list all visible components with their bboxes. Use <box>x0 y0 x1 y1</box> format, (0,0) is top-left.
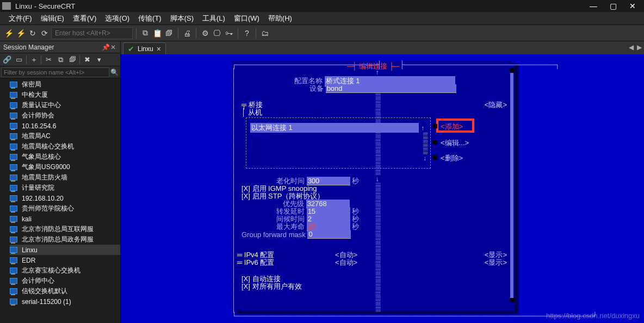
session-item[interactable]: serial-115200 (1) <box>10 296 120 307</box>
refresh-icon[interactable]: ⟳ <box>39 28 50 39</box>
watermark: https://blog.csdn.net/duxingxu <box>546 312 640 320</box>
session-list[interactable]: 保密局中检大厦质量认证中心会计师协会10.16.254.6地震局AC地震局核心交… <box>0 78 120 323</box>
ipv6-auto[interactable]: <自动> <box>335 258 357 268</box>
maximize-button[interactable]: ▢ <box>604 1 622 11</box>
session-item[interactable]: 气象局总核心 <box>10 152 120 162</box>
help-icon[interactable]: ? <box>242 28 252 39</box>
menu-tools[interactable]: 工具(L) <box>198 14 230 23</box>
add-button[interactable]: <添加> <box>441 122 463 132</box>
session-item[interactable]: 气象局USG9000 <box>10 162 120 172</box>
cut-icon[interactable]: ✂ <box>44 55 53 65</box>
delete-button[interactable]: <删除> <box>441 153 463 163</box>
minimize-button[interactable]: — <box>584 1 603 11</box>
window-controls: — ▢ ✕ <box>584 1 642 11</box>
link-icon[interactable]: 🔗 <box>2 55 12 65</box>
menu-edit[interactable]: 编辑(E) <box>36 14 69 23</box>
monitor-icon <box>10 133 18 140</box>
session-label: 质量认证中心 <box>22 101 61 110</box>
more-icon[interactable]: ▾ <box>94 55 104 65</box>
menu-file[interactable]: 文件(F) <box>4 14 36 23</box>
session-label: 信锐交换机默认 <box>22 287 67 296</box>
session-item[interactable]: EDR <box>10 255 120 265</box>
quick-connect-icon[interactable]: ⚡ <box>15 28 26 39</box>
session-label: 气象局总核心 <box>22 152 61 162</box>
session-label: 北京赛宝核心交换机 <box>22 266 81 275</box>
session-item[interactable]: 计量研究院 <box>10 183 120 193</box>
session-item[interactable]: 北京市消防总局互联网服 <box>10 224 120 234</box>
session-filter-input[interactable] <box>1 67 109 77</box>
tab-nav-right-icon[interactable]: ▶ <box>637 44 642 51</box>
gfm-field[interactable]: 0 <box>307 230 351 239</box>
session-item[interactable]: 地震局核心交换机 <box>10 141 120 152</box>
session-item[interactable]: 保密局 <box>10 79 120 90</box>
panel-close-icon[interactable]: ✕ <box>109 44 117 51</box>
tab-nav: ◀ ▶ <box>629 44 642 51</box>
sftp-icon[interactable]: 🗂 <box>259 28 270 39</box>
session-item[interactable]: Linxu <box>10 245 120 255</box>
copy-icon[interactable]: ⧉ <box>140 28 151 39</box>
tab-nav-left-icon[interactable]: ◀ <box>629 44 634 51</box>
session-item[interactable]: 10.16.254.6 <box>10 121 120 131</box>
session-label: serial-115200 (1) <box>22 298 71 306</box>
session-item[interactable]: 中检大厦 <box>10 90 120 100</box>
session-item[interactable]: 会计师协会 <box>10 110 120 121</box>
edit-button[interactable]: <编辑...> <box>441 138 469 148</box>
tab-linxu[interactable]: ✔ Linxu × <box>123 42 166 54</box>
device-field[interactable]: bond <box>326 84 456 93</box>
session-item[interactable]: 地震局AC <box>10 131 120 141</box>
tui-scrollbar[interactable] <box>510 69 513 302</box>
tui-title: ─┤ 编辑连接 ├─ <box>232 61 515 71</box>
session-item[interactable]: kali <box>10 214 120 224</box>
delete-icon[interactable]: ✖ <box>82 55 92 65</box>
connect-icon[interactable]: ⚡ <box>3 28 14 39</box>
session-item[interactable]: 地震局主防火墙 <box>10 172 120 183</box>
monitor-icon <box>10 154 18 160</box>
session-label: 地震局AC <box>22 132 51 141</box>
menu-script[interactable]: 脚本(S) <box>166 14 198 23</box>
menu-view[interactable]: 查看(V) <box>69 14 101 23</box>
tab-strip: ✔ Linxu × <box>121 41 644 54</box>
key-icon[interactable]: 🗝 <box>224 28 234 39</box>
folder-icon[interactable]: ▭ <box>14 55 24 65</box>
session-item[interactable]: 北京赛宝核心交换机 <box>10 265 120 276</box>
settings-icon[interactable]: ⚙ <box>200 28 210 39</box>
copy2-icon[interactable]: ⧉ <box>55 55 65 65</box>
menu-options[interactable]: 选项(O) <box>101 14 134 23</box>
monitor-icon <box>10 216 18 222</box>
terminal[interactable]: ┌────────────────────────────┤ ├────────… <box>121 54 644 323</box>
monitor-icon <box>10 102 18 109</box>
session-manager-title: Session Manager <box>3 44 102 51</box>
allusers-checkbox[interactable]: [X] 对所有用户有效 <box>242 282 302 291</box>
tab-status-icon: ✔ <box>128 45 134 53</box>
search-icon[interactable]: 🔍 <box>109 69 119 76</box>
paste2-icon[interactable]: 🗊 <box>67 55 77 65</box>
add-icon[interactable]: ＋ <box>29 55 39 65</box>
session-item[interactable]: 信锐交换机默认 <box>10 286 120 296</box>
tab-close-icon[interactable]: × <box>157 45 161 53</box>
monitor-icon <box>10 226 18 233</box>
pin-icon[interactable]: 📌 <box>102 44 109 51</box>
close-button[interactable]: ✕ <box>623 1 642 11</box>
menu-window[interactable]: 窗口(W) <box>230 14 264 23</box>
slave-scrollbar[interactable]: ▒▒▒↓ <box>423 132 428 162</box>
app-icon <box>2 2 11 10</box>
clipboard-icon[interactable]: 🗊 <box>164 28 175 39</box>
paste-icon[interactable]: 📋 <box>152 28 163 39</box>
session-item[interactable]: 会计师中心 <box>10 276 120 286</box>
ipv6-show[interactable]: <显示> <box>485 258 507 268</box>
monitor-icon <box>10 195 18 202</box>
session-item[interactable]: 贵州师范学院核心 <box>10 203 120 214</box>
slave-item[interactable]: 以太网连接 1 <box>250 123 419 133</box>
session-manager: Session Manager 📌 ✕ 🔗 ▭ ＋ ✂ ⧉ 🗊 ✖ ▾ 🔍 保密… <box>0 41 121 323</box>
session-item[interactable]: 北京市消防总局政务网服 <box>10 234 120 245</box>
session-item[interactable]: 质量认证中心 <box>10 100 120 110</box>
menu-help[interactable]: 帮助(H) <box>264 14 296 23</box>
display-icon[interactable]: 🖵 <box>212 28 222 39</box>
hide-button[interactable]: <隐藏> <box>485 100 507 110</box>
session-item[interactable]: 192.168.10.20 <box>10 193 120 203</box>
print-icon[interactable]: 🖨 <box>182 28 193 39</box>
reconnect-icon[interactable]: ↻ <box>27 28 38 39</box>
menu-bar: 文件(F) 编辑(E) 查看(V) 选项(O) 传输(T) 脚本(S) 工具(L… <box>0 12 644 25</box>
host-input[interactable] <box>51 27 133 39</box>
menu-transfer[interactable]: 传输(T) <box>134 14 166 23</box>
